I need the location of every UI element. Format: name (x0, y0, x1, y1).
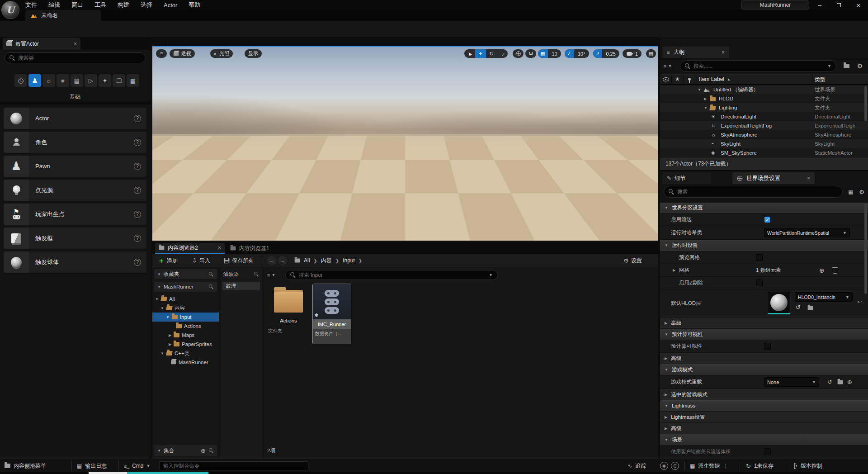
outliner-row-sky-light[interactable]: ◓ SkyLight SkyLight (660, 139, 868, 148)
outliner-search-box[interactable]: ▼ (680, 60, 836, 72)
project-header[interactable]: ▼MashRunner (154, 282, 217, 292)
search-icon[interactable] (209, 284, 213, 289)
console-input[interactable] (163, 463, 304, 469)
forward-button[interactable]: → (278, 256, 287, 265)
section-world-partition[interactable]: ▼世界分区设置 (660, 203, 868, 213)
content-browser-tab-1[interactable]: 内容浏览器1 (226, 243, 290, 254)
back-button[interactable]: ← (267, 256, 276, 265)
section-lightmass-settings[interactable]: ▶Lightmass设置 (660, 412, 868, 423)
speaker-actor[interactable] (380, 167, 436, 223)
viewport-menu-button[interactable]: ≡ (156, 49, 167, 58)
asset-filter-button[interactable]: ≡▼ (267, 270, 275, 280)
tree-item-input[interactable]: ▼Input (152, 313, 219, 322)
add-collection-icon[interactable]: ⊕ (201, 447, 206, 454)
breadcrumb-all[interactable]: All (304, 257, 310, 264)
search-icon[interactable] (254, 272, 259, 276)
chevron-down-icon[interactable]: ▼ (489, 273, 493, 277)
section-lightmass[interactable]: ▼Lightmass (660, 400, 868, 412)
section-advanced-1[interactable]: ▶高级 (660, 318, 868, 329)
details-tab[interactable]: ✎ 细节 (662, 172, 711, 184)
menu-build[interactable]: 构建 (118, 1, 129, 9)
more-icon[interactable]: ⋮ (723, 463, 728, 469)
output-log-button[interactable]: ▤ 输出日志 (77, 459, 107, 473)
insights-button[interactable]: ◉ (660, 462, 668, 470)
viewport-lit-button[interactable]: ◐ 光照 (210, 49, 233, 58)
close-icon[interactable]: × (218, 245, 221, 251)
outliner-row-lighting[interactable]: ▼ Lighting 文件夹 (660, 103, 868, 112)
runtime-hash-dropdown[interactable]: WorldPartitionRuntimeSpatial▼ (764, 228, 850, 237)
window-maximize-button[interactable] (829, 0, 848, 10)
item-label-column-header[interactable]: Item Label ▲ (695, 76, 731, 82)
category-lights-icon[interactable]: ☼ (42, 74, 55, 87)
menu-tools[interactable]: 工具 (94, 1, 106, 9)
section-game-mode[interactable]: ▼游戏模式 (660, 364, 868, 375)
add-array-element-button[interactable]: ⊕ (819, 267, 825, 274)
menu-window[interactable]: 窗口 (71, 1, 83, 9)
scale-snap-control[interactable]: ↗ 0.25 (593, 49, 619, 58)
tree-item-papersprites[interactable]: ▶PaperSprites (152, 340, 219, 349)
save-all-button[interactable]: 保存所有 (224, 256, 254, 265)
close-icon[interactable]: × (74, 41, 77, 47)
outliner-row-height-fog[interactable]: ≋ ExponentialHeightFog ExponentialHeigh (660, 121, 868, 130)
section-world[interactable]: ▼场景 (660, 434, 868, 446)
console-input-box[interactable] (159, 461, 308, 470)
content-drawer-button[interactable]: 内容侧滑菜单 (5, 459, 46, 473)
breadcrumb-input[interactable]: Input (343, 257, 355, 264)
window-close-button[interactable]: × (849, 0, 868, 10)
outliner-row-sky-sphere[interactable]: ◈ SM_SkySphere StaticMeshActor (660, 148, 868, 157)
category-shapes-icon[interactable]: ■ (57, 74, 69, 87)
outliner-settings-button[interactable]: ⚙ (854, 61, 865, 71)
place-item-pawn[interactable]: ♟ Pawn ? (4, 156, 146, 177)
enable-z-culling-checkbox[interactable] (756, 280, 763, 286)
asset-card-imc-runner[interactable]: ✱ IMC_Runner 数据资产（... (312, 284, 351, 344)
grid-snap-control[interactable]: ▦ 10 (538, 49, 561, 58)
tree-item-cpp[interactable]: ▼C++类 (152, 349, 219, 358)
details-scrollbar[interactable] (864, 204, 867, 294)
tree-item-all[interactable]: ▼All (152, 294, 219, 303)
hlod-thumbnail[interactable] (768, 292, 790, 314)
help-icon[interactable]: ? (134, 235, 141, 242)
gizmo-z-arrow[interactable] (406, 200, 408, 232)
favorites-header[interactable]: ▼收藏夹 (154, 269, 217, 279)
place-item-player-start[interactable]: ⚑ 玩家出生点 ? (4, 204, 146, 225)
viewport-perspective-button[interactable]: 透视 (170, 49, 195, 58)
category-media-icon[interactable]: ▷ (85, 74, 97, 87)
browse-to-asset-icon[interactable] (807, 306, 813, 311)
camera-speed-control[interactable]: 1 (623, 49, 642, 58)
section-selected-game-mode[interactable]: ▶选中的游戏模式 (660, 389, 868, 400)
filter-texture-chip[interactable]: 纹理 (222, 282, 260, 290)
place-item-point-light[interactable]: 点光源 ? (4, 180, 146, 201)
help-icon[interactable]: ? (134, 211, 141, 218)
category-basic-icon[interactable]: ♟ (28, 74, 41, 87)
world-settings-tab[interactable]: 世界场景设置 × (732, 172, 815, 184)
favorite-column-header[interactable]: ★ (672, 74, 684, 85)
category-geometry-icon[interactable]: ❏ (113, 74, 125, 87)
surface-snap-button[interactable] (525, 49, 536, 58)
chevron-down-icon[interactable]: ▼ (827, 64, 831, 68)
use-selected-icon[interactable]: ↺ (827, 379, 832, 385)
asset-search-input[interactable] (299, 272, 486, 278)
content-browser-tab-2[interactable]: 内容浏览器2 × (155, 243, 225, 254)
precomputed-visibility-checkbox[interactable] (764, 343, 771, 350)
visibility-column-header[interactable] (660, 74, 672, 85)
place-item-actor[interactable]: Actor ? (4, 108, 146, 129)
menu-actor[interactable]: Actor (164, 2, 177, 9)
viewport-show-button[interactable]: 显示 (245, 49, 262, 58)
derived-data-button[interactable]: ▦ 派生数据 ⋮ (690, 459, 728, 473)
tree-item-maps[interactable]: ▶Maps (152, 331, 219, 340)
section-advanced-2[interactable]: ▶高级 (660, 353, 868, 364)
outliner-scrollbar[interactable] (864, 86, 867, 121)
close-icon[interactable]: × (722, 49, 725, 56)
enable-streaming-checkbox[interactable]: ✓ (764, 216, 771, 223)
type-column-header[interactable]: 类型 (815, 76, 826, 84)
rotation-snap-control[interactable]: ∠ 10° (565, 49, 589, 58)
tree-item-actions[interactable]: Actions (152, 322, 219, 331)
asset-search-box[interactable]: ▼ (285, 270, 498, 280)
outliner-tab[interactable]: ≡ 大纲 × (662, 47, 729, 58)
help-icon[interactable]: ? (134, 115, 141, 122)
search-icon[interactable] (209, 448, 213, 453)
trace-button[interactable]: ∿ 追踪 (627, 459, 646, 473)
category-volumes-icon[interactable]: ▦ (127, 74, 139, 87)
close-icon[interactable]: × (807, 175, 810, 181)
maximize-viewport-button[interactable]: ▦ (646, 49, 656, 58)
